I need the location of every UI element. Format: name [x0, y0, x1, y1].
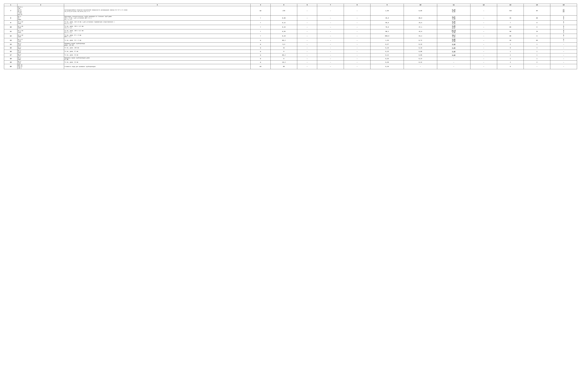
row-col12: —: [470, 25, 497, 29]
table-row: 11И2-у-И4 прим.То же, диам. 108 х 8,5 мм…: [4, 29, 577, 34]
row-col9: 45,9: [370, 15, 404, 20]
row-col6: —: [297, 46, 317, 50]
row-col7: —: [317, 50, 344, 53]
col-header-5: 5: [270, 4, 297, 6]
row-col13: 8: [497, 46, 524, 50]
row-col5: 0,56: [270, 29, 297, 34]
row-col5: 0,10: [270, 34, 297, 38]
row-code: И2-у- 2082: [18, 57, 64, 60]
row-col9: 0,20: [370, 60, 404, 64]
row-col9: 0,15: [370, 50, 404, 53]
row-col13: 4: [497, 60, 524, 64]
row-col7: —: [317, 60, 344, 64]
table-row: 14И2-у- 2020Промывка водой трубопровода …: [4, 42, 577, 46]
main-table: 1 2 3 4 5 6 7 8 9 10 11 12 13 14 15 7И4-…: [4, 4, 577, 69]
row-col10: 37,1: [404, 25, 437, 29]
row-description: То же, диам. 57 х 3 мм ИИ9 х I,I: [64, 34, 250, 38]
row-description: То же, диам. 108 х 8,5 мм 82,9 х I,I: [64, 29, 250, 34]
row-col14: 1: [524, 53, 550, 57]
row-number: 8: [4, 15, 18, 20]
row-col7: —: [317, 53, 344, 57]
row-col6: —: [297, 53, 317, 57]
row-col4: м: [250, 46, 270, 50]
row-col9: 0,25: [370, 57, 404, 60]
row-description: Прокладка технологических трубо-проводов…: [64, 15, 250, 20]
row-code: И4-м-у- 780 Пр-8т И5-04 3-8И4 доп.И7: [18, 6, 64, 15]
row-col5: 80: [270, 64, 297, 69]
row-col6: —: [297, 60, 317, 64]
row-col10: 0,06: [404, 53, 437, 57]
row-number: 7: [4, 6, 18, 15]
row-col8: —: [344, 38, 370, 42]
row-col9: 56,8: [370, 20, 404, 25]
row-col11: 11,74,82: [437, 34, 470, 38]
row-number: 10: [4, 25, 18, 29]
row-col14: —: [524, 64, 550, 69]
row-col15: 11: [550, 25, 577, 29]
row-number: 17: [4, 53, 18, 57]
row-col9: 0,27: [370, 42, 404, 46]
row-description: То же, диам. 32 х 2 мм: [64, 38, 250, 42]
row-col14: 24: [524, 29, 550, 34]
row-col7: —: [317, 29, 344, 34]
row-col12: —: [470, 38, 497, 42]
row-code: И2-у-И7 прим.: [18, 20, 64, 25]
row-col5: 6,4: [270, 42, 297, 46]
row-col13: И8: [497, 34, 524, 38]
row-col13: 5И: [497, 29, 524, 34]
row-number: 13: [4, 38, 18, 42]
table-row: 9И2-у-И7 прим.То же, диам. 219 х6 мм ( д…: [4, 20, 577, 25]
col-header-14: 14: [524, 4, 550, 6]
row-col14: 4: [524, 46, 550, 50]
row-col4: т: [250, 34, 270, 38]
row-col12: —: [470, 46, 497, 50]
row-col5: 270: [270, 6, 297, 15]
row-description: Стоимость воды для промывки трубопроводо…: [64, 64, 250, 69]
row-col10: 0,10: [404, 46, 437, 50]
col-header-12: 12: [470, 4, 497, 6]
row-col10: 0,05: [404, 6, 437, 15]
row-col4: м: [250, 42, 270, 46]
row-col8: —: [344, 50, 370, 53]
row-description: Промывка водой трубопровода диам. 159 мм: [64, 42, 250, 46]
row-col9: 0,19: [370, 46, 404, 50]
row-col5: И9,2: [270, 53, 297, 57]
row-number: 18: [4, 57, 18, 60]
row-col10: 0,12: [404, 60, 437, 64]
col-header-9: 9: [370, 4, 404, 6]
row-col11: 0,100,05: [437, 6, 470, 15]
row-description: То же, диам. 32 мм: [64, 53, 250, 57]
row-col10: И9,9: [404, 15, 437, 20]
row-col13: 2: [497, 57, 524, 60]
row-col15: —: [550, 57, 577, 60]
row-col6: —: [297, 29, 317, 34]
row-col4: м: [250, 38, 270, 42]
row-col13: 1: [497, 50, 524, 53]
row-col10: 42,9: [404, 29, 437, 34]
row-col11: 8,073,8И: [437, 15, 470, 20]
row-col15: 1—: [550, 20, 577, 25]
row-col15: 62: [550, 29, 577, 34]
row-col11: 0,0И: [437, 50, 470, 53]
table-row: 13И2-у-8 прим.То же, диам. 32 х 2 мммИ9,…: [4, 38, 577, 42]
row-col9: 0,12: [370, 53, 404, 57]
row-col12: —: [470, 34, 497, 38]
table-row: 8И2-у- И9 прим.Прокладка технологических…: [4, 15, 577, 20]
row-col14: 6: [524, 25, 550, 29]
row-number: 15: [4, 46, 18, 50]
row-col4: т: [250, 20, 270, 25]
col-header-10: 10: [404, 4, 437, 6]
row-col10: —: [404, 64, 437, 69]
row-col5: 0,98: [270, 15, 297, 20]
row-col13: И8: [497, 25, 524, 29]
row-code: ШМО И2 отд.II таб.2: [18, 64, 64, 69]
table-header-row: 1 2 3 4 5 6 7 8 9 10 11 12 13 14 15: [4, 4, 577, 6]
row-col4: м: [250, 53, 270, 57]
row-col13: 7: [497, 20, 524, 25]
table-row: 15И2-у- 2019То же, диам. 108 ммм42———0,1…: [4, 46, 577, 50]
table-row: 10И2-у-И5 прим.То же, диам. 159 х 4,5 мм…: [4, 25, 577, 29]
row-col14: И4: [524, 6, 550, 15]
row-col8: —: [344, 25, 370, 29]
row-col12: —: [470, 20, 497, 25]
row-number: 14: [4, 42, 18, 46]
